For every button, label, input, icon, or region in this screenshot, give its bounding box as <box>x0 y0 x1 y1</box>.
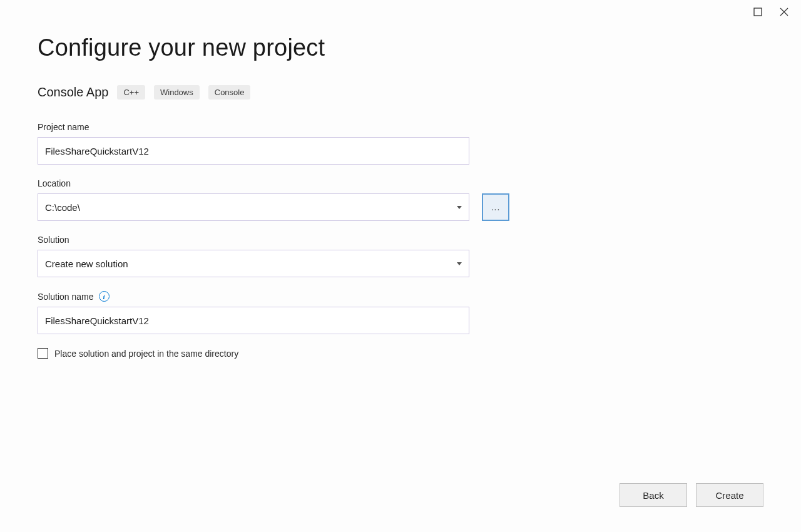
page-title: Configure your new project <box>38 34 763 61</box>
template-tag: Console <box>208 85 251 100</box>
close-icon[interactable] <box>780 8 788 19</box>
create-button[interactable]: Create <box>696 483 763 507</box>
browse-button[interactable]: ... <box>482 193 509 221</box>
svg-rect-0 <box>754 8 762 16</box>
chevron-down-icon <box>457 206 462 209</box>
info-icon[interactable]: i <box>99 291 110 302</box>
solution-label: Solution <box>38 235 763 245</box>
project-name-label: Project name <box>38 122 763 132</box>
solution-name-label: Solution name <box>38 292 94 302</box>
location-label: Location <box>38 178 763 188</box>
same-directory-checkbox[interactable] <box>38 348 48 359</box>
solution-combo[interactable]: Create new solution <box>38 250 469 277</box>
location-combo[interactable]: C:\code\ <box>38 193 469 221</box>
solution-name-input[interactable] <box>38 307 469 334</box>
same-directory-label: Place solution and project in the same d… <box>54 349 238 359</box>
template-tag: C++ <box>117 85 145 100</box>
chevron-down-icon <box>457 262 462 265</box>
back-button[interactable]: Back <box>620 483 687 507</box>
location-value: C:\code\ <box>45 202 80 213</box>
template-tag: Windows <box>154 85 200 100</box>
template-row: Console App C++ Windows Console <box>38 85 763 100</box>
solution-value: Create new solution <box>45 258 128 269</box>
template-name: Console App <box>38 85 108 100</box>
project-name-input[interactable] <box>38 137 469 165</box>
maximize-icon[interactable] <box>753 8 762 19</box>
